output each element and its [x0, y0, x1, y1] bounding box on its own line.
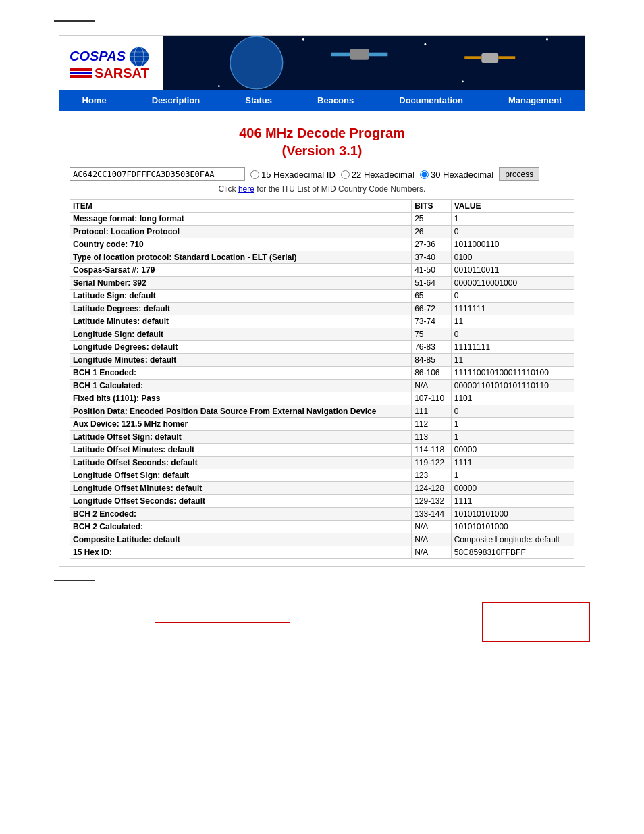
cell-value: 1111 — [451, 495, 574, 508]
radio-30hex[interactable]: 30 Hexadecimal — [420, 170, 493, 180]
svg-rect-12 — [350, 49, 369, 60]
cell-bits: 37-40 — [412, 251, 452, 264]
cell-bits: 113 — [412, 431, 452, 444]
col-header-item: ITEM — [70, 200, 412, 213]
bottom-red-box — [482, 602, 590, 642]
svg-rect-16 — [464, 56, 481, 59]
cell-item: Country code: 710 — [70, 238, 412, 251]
svg-point-18 — [302, 38, 304, 41]
table-row: Country code: 71027-361011000110 — [70, 238, 574, 251]
page-title-line2: (Version 3.1) — [282, 143, 363, 158]
itu-link[interactable]: here — [238, 184, 254, 194]
process-button[interactable]: process — [499, 167, 539, 181]
radio-15hex-input[interactable] — [250, 170, 259, 179]
nav-documentation[interactable]: Documentation — [394, 94, 468, 107]
table-row: Longitude Degrees: default76-8311111111 — [70, 341, 574, 354]
page-title: 406 MHz Decode Program (Version 3.1) — [70, 124, 574, 159]
cell-bits: 133-144 — [412, 508, 452, 521]
cell-value: 101010101000 — [451, 521, 574, 533]
cell-value: 0 — [451, 328, 574, 341]
cell-value: 00000 — [451, 444, 574, 457]
table-row: Longitude Offset Minutes: default124-128… — [70, 482, 574, 495]
svg-point-22 — [546, 38, 548, 41]
cell-item: Protocol: Location Protocol — [70, 226, 412, 238]
decode-table: ITEM BITS VALUE Message format: long for… — [70, 199, 574, 559]
table-row: Type of location protocol: Standard Loca… — [70, 251, 574, 264]
svg-rect-13 — [331, 53, 350, 57]
table-row: Position Data: Encoded Position Data Sou… — [70, 405, 574, 418]
cell-value: 111110010100011110100 — [451, 367, 574, 380]
svg-rect-14 — [369, 53, 388, 57]
nav-management[interactable]: Management — [503, 94, 567, 107]
table-row: Latitude Sign: default650 — [70, 290, 574, 303]
cell-item: Longitude Offset Sign: default — [70, 469, 412, 482]
nav-status[interactable]: Status — [240, 94, 277, 107]
table-row: Latitude Offset Sign: default1131 — [70, 431, 574, 444]
table-row: BCH 2 Encoded:133-144101010101000 — [70, 508, 574, 521]
table-row: Longitude Offset Sign: default1231 — [70, 469, 574, 482]
cell-bits: 129-132 — [412, 495, 452, 508]
top-decorative-line — [54, 20, 95, 22]
hex-input[interactable] — [70, 167, 245, 181]
nav-description[interactable]: Description — [146, 94, 206, 107]
main-content: 406 MHz Decode Program (Version 3.1) 15 … — [59, 111, 585, 566]
radio-22hex-input[interactable] — [341, 170, 350, 179]
table-row: BCH 1 Calculated:N/A00000110101010111011… — [70, 380, 574, 392]
nav-home[interactable]: Home — [77, 94, 112, 107]
table-row: Longitude Sign: default750 — [70, 328, 574, 341]
cell-bits: 114-118 — [412, 444, 452, 457]
cell-value: Composite Longitude: default — [451, 533, 574, 546]
cell-bits: 123 — [412, 469, 452, 482]
cell-bits: 41-50 — [412, 264, 452, 277]
radio-15hex[interactable]: 15 Hexadecimal ID — [250, 170, 336, 180]
cell-value: 0010110011 — [451, 264, 574, 277]
cell-value: 1111111 — [451, 303, 574, 315]
cell-item: Longitude Degrees: default — [70, 341, 412, 354]
cell-item: Longitude Offset Minutes: default — [70, 482, 412, 495]
cell-item: Composite Latitude: default — [70, 533, 412, 546]
svg-rect-6 — [70, 68, 92, 71]
cell-item: BCH 2 Encoded: — [70, 508, 412, 521]
table-row: Fixed bits (1101): Pass107-1101101 — [70, 392, 574, 405]
cell-item: Longitude Offset Seconds: default — [70, 495, 412, 508]
col-header-value: VALUE — [451, 200, 574, 213]
svg-point-19 — [424, 43, 426, 45]
cell-item: Serial Number: 392 — [70, 277, 412, 290]
page-title-line1: 406 MHz Decode Program — [239, 126, 405, 140]
table-row: Latitude Degrees: default66-721111111 — [70, 303, 574, 315]
cell-bits: 84-85 — [412, 354, 452, 367]
radio-22hex[interactable]: 22 Hexadecimal — [341, 170, 414, 180]
cell-value: 11111111 — [451, 341, 574, 354]
cell-bits: 111 — [412, 405, 452, 418]
table-row: Serial Number: 39251-6400000110001000 — [70, 277, 574, 290]
cell-item: Message format: long format — [70, 213, 412, 226]
table-row: Latitude Minutes: default73-7411 — [70, 315, 574, 328]
cell-bits: 27-36 — [412, 238, 452, 251]
cell-bits: 112 — [412, 418, 452, 431]
cell-bits: 107-110 — [412, 392, 452, 405]
cell-item: Latitude Offset Minutes: default — [70, 444, 412, 457]
cell-item: Latitude Offset Seconds: default — [70, 457, 412, 469]
navigation-bar: Home Description Status Beacons Document… — [59, 90, 585, 111]
cell-item: Longitude Sign: default — [70, 328, 412, 341]
header-banner-image — [163, 36, 585, 90]
cell-item: Fixed bits (1101): Pass — [70, 392, 412, 405]
cell-item: 15 Hex ID: — [70, 546, 412, 559]
cell-bits: 124-128 — [412, 482, 452, 495]
bottom-red-line — [155, 622, 290, 623]
svg-point-20 — [462, 80, 464, 82]
logo-area: COSPAS — [59, 36, 163, 90]
cell-item: BCH 1 Calculated: — [70, 380, 412, 392]
bottom-section — [54, 595, 590, 649]
cell-value: 1111 — [451, 457, 574, 469]
sarsat-text: SARSAT — [95, 66, 149, 81]
cell-item: Latitude Sign: default — [70, 290, 412, 303]
nav-beacons[interactable]: Beacons — [312, 94, 359, 107]
radio-30hex-label: 30 Hexadecimal — [431, 170, 493, 180]
radio-22hex-label: 22 Hexadecimal — [352, 170, 414, 180]
cell-bits: 26 — [412, 226, 452, 238]
cell-value: 00000 — [451, 482, 574, 495]
cell-item: Latitude Offset Sign: default — [70, 431, 412, 444]
radio-30hex-input[interactable] — [420, 170, 429, 179]
svg-rect-8 — [70, 75, 92, 78]
